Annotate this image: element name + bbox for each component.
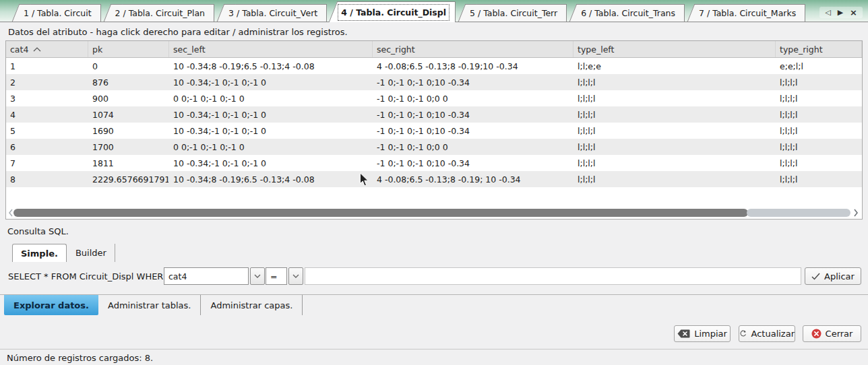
cell-type_left[interactable]: l;l;l;l	[574, 90, 776, 106]
column-header-label: cat4	[10, 44, 28, 55]
column-header-sec_left[interactable]: sec_left	[169, 41, 373, 57]
cell-type_right[interactable]: l;l;l;l	[776, 123, 862, 139]
chevron-down-icon[interactable]	[250, 267, 265, 285]
table-tab[interactable]: 3 / Tabla. Circuit_Vert	[226, 4, 327, 22]
cell-pk[interactable]: 1074	[88, 106, 169, 123]
column-header-pk[interactable]: pk	[88, 41, 169, 57]
reload-button[interactable]: Actualizar	[739, 325, 795, 342]
scrollbar-thumb[interactable]	[13, 209, 748, 217]
tab-administrar-capas[interactable]: Administrar capas.	[201, 295, 303, 315]
cell-cat4[interactable]: 4	[6, 106, 88, 123]
cell-type_left[interactable]: l;l;l;l	[574, 139, 776, 155]
cell-sec_right[interactable]: -1 0;-1 0;-1 0;0 0	[373, 90, 574, 106]
cell-type_right[interactable]: l;l;l;l	[776, 74, 862, 90]
table-row[interactable]: 7181110 -0.34;-1 0;-1 0;-1 0-1 0;-1 0;-1…	[6, 155, 862, 171]
operator-select[interactable]: =	[266, 267, 303, 285]
cell-pk[interactable]: 900	[88, 90, 169, 106]
cell-sec_right[interactable]: -1 0;-1 0;-1 0;10 -0.34	[373, 74, 574, 90]
cell-sec_left[interactable]: 10 -0.34;-1 0;-1 0;-1 0	[169, 106, 373, 123]
cell-type_right[interactable]: l;l;l;l	[776, 155, 862, 171]
scrollbar-track[interactable]	[747, 209, 850, 217]
tab-close-icon[interactable]: ×	[850, 8, 857, 17]
horizontal-scrollbar[interactable]	[7, 207, 861, 218]
table-row[interactable]: 287610 -0.34;-1 0;-1 0;-1 0-1 0;-1 0;-1 …	[6, 74, 862, 90]
cell-sec_left[interactable]: 10 -0.34;-1 0;-1 0;-1 0	[169, 74, 373, 90]
scroll-right-icon[interactable]	[852, 208, 860, 218]
column-header-type_right[interactable]: type_right	[776, 41, 862, 57]
table-tab[interactable]: 6 / Tabla. Circuit_Trans	[578, 4, 685, 22]
table-row[interactable]: 617000 0;-1 0;-1 0;-1 0-1 0;-1 0;-1 0;0 …	[6, 139, 862, 155]
cell-pk[interactable]: 1690	[88, 123, 169, 139]
cell-sec_left[interactable]: 10 -0.34;8 -0.19;6.5 -0.13;4 -0.08	[169, 58, 373, 74]
cell-sec_right[interactable]: 4 -0.08;6.5 -0.13;8 -0.19;10 -0.34	[373, 58, 574, 74]
table-tab[interactable]: 5 / Tabla. Circuit_Terr	[467, 4, 567, 22]
cell-sec_left[interactable]: 10 -0.34;8 -0.19;6.5 -0.13;4 -0.08	[169, 171, 373, 187]
operator-select-value[interactable]: =	[266, 267, 287, 285]
cell-type_left[interactable]: l;l;e;e	[574, 58, 776, 74]
column-select-value[interactable]: cat4	[164, 267, 249, 285]
cell-sec_right[interactable]: -1 0;-1 0;-1 0;10 -0.34	[373, 106, 574, 123]
tab-scroll-right-icon[interactable]: ▶	[838, 9, 843, 16]
cell-sec_right[interactable]: 4 -0.08;6.5 -0.13;8 -0.19; 10 -0.34	[373, 171, 574, 187]
cell-sec_left[interactable]: 10 -0.34;-1 0;-1 0;-1 0	[169, 123, 373, 139]
table-row[interactable]: 1010 -0.34;8 -0.19;6.5 -0.13;4 -0.084 -0…	[6, 58, 862, 74]
cell-cat4[interactable]: 3	[6, 90, 88, 106]
cell-sec_left[interactable]: 10 -0.34;-1 0;-1 0;-1 0	[169, 155, 373, 171]
cell-type_left[interactable]: l;l;l;l	[574, 155, 776, 171]
table-tab[interactable]: 4 / Tabla. Circuit_Displ	[338, 1, 456, 22]
cell-type_left[interactable]: l;l;l;l	[574, 74, 776, 90]
cell-cat4[interactable]: 2	[6, 74, 88, 90]
table-tab-bar: 1 / Tabla. Circuit2 / Tabla. Circuit_Pla…	[0, 0, 868, 22]
table-tab-label: 5 / Tabla. Circuit_Terr	[470, 8, 557, 18]
cell-sec_left[interactable]: 0 0;-1 0;-1 0;-1 0	[169, 90, 373, 106]
cell-sec_right[interactable]: -1 0;-1 0;-1 0;0 0	[373, 139, 574, 155]
check-icon	[811, 273, 820, 280]
cell-cat4[interactable]: 5	[6, 123, 88, 139]
column-header-cat4[interactable]: cat4	[6, 41, 88, 57]
column-header-type_left[interactable]: type_left	[574, 41, 776, 57]
table-tab[interactable]: 2 / Tabla. Circuit_Plan	[113, 4, 214, 22]
cell-cat4[interactable]: 8	[6, 171, 88, 187]
cell-cat4[interactable]: 1	[6, 58, 88, 74]
cell-type_left[interactable]: l;l;l;l	[574, 123, 776, 139]
table-row[interactable]: 5169010 -0.34;-1 0;-1 0;-1 0-1 0;-1 0;-1…	[6, 123, 862, 139]
cell-sec_left[interactable]: 0 0;-1 0;-1 0;-1 0	[169, 139, 373, 155]
cell-sec_right[interactable]: -1 0;-1 0;-1 0;10 -0.34	[373, 155, 574, 171]
table-row[interactable]: 82229.6576691791610 -0.34;8 -0.19;6.5 -0…	[6, 171, 862, 187]
table-row[interactable]: 4107410 -0.34;-1 0;-1 0;-1 0-1 0;-1 0;-1…	[6, 106, 862, 123]
refresh-icon	[739, 329, 747, 339]
cell-type_right[interactable]: l;l;l;l	[776, 106, 862, 123]
cell-type_left[interactable]: l;l;l;l	[574, 106, 776, 123]
column-header-sec_right[interactable]: sec_right	[373, 41, 574, 57]
cell-pk[interactable]: 1700	[88, 139, 169, 155]
tab-simple-label: Simple.	[21, 248, 58, 259]
cell-type_right[interactable]: l;l;l;l	[776, 90, 862, 106]
chevron-down-icon[interactable]	[288, 267, 303, 285]
reload-button-label: Actualizar	[751, 329, 795, 339]
cell-pk[interactable]: 2229.65766917916	[88, 171, 169, 187]
apply-button[interactable]: Aplicar	[805, 267, 861, 285]
where-value-input[interactable]	[305, 267, 801, 285]
cell-type_left[interactable]: l;l;l;l	[574, 171, 776, 187]
tab-builder[interactable]: Builder	[67, 244, 115, 262]
tab-administrar-capas-label: Administrar capas.	[210, 300, 292, 310]
column-select[interactable]: cat4	[164, 267, 265, 285]
cell-cat4[interactable]: 6	[6, 139, 88, 155]
cell-pk[interactable]: 876	[88, 74, 169, 90]
table-row[interactable]: 39000 0;-1 0;-1 0;-1 0-1 0;-1 0;-1 0;0 0…	[6, 90, 862, 106]
close-button[interactable]: Cerrar	[803, 325, 861, 342]
cell-type_right[interactable]: l;l;l;l	[776, 171, 862, 187]
cell-pk[interactable]: 0	[88, 58, 169, 74]
clear-button[interactable]: Limpiar	[674, 325, 731, 342]
tab-scroll-left-icon[interactable]: ◁	[825, 9, 830, 16]
table-tab[interactable]: 1 / Tabla. Circuit	[21, 4, 101, 22]
cell-pk[interactable]: 1811	[88, 155, 169, 171]
tab-explorar-datos[interactable]: Explorar datos.	[4, 295, 98, 315]
cell-type_right[interactable]: l;l;l;l	[776, 139, 862, 155]
table-tab[interactable]: 7 / Tabla. Circuit_Marks	[696, 4, 805, 22]
cell-type_right[interactable]: e;e;l;l	[776, 58, 862, 74]
tab-administrar-tablas[interactable]: Administrar tablas.	[98, 295, 202, 315]
cell-cat4[interactable]: 7	[6, 155, 88, 171]
tab-simple[interactable]: Simple.	[12, 244, 67, 262]
cell-sec_right[interactable]: -1 0;-1 0;-1 0;10 -0.34	[373, 123, 574, 139]
